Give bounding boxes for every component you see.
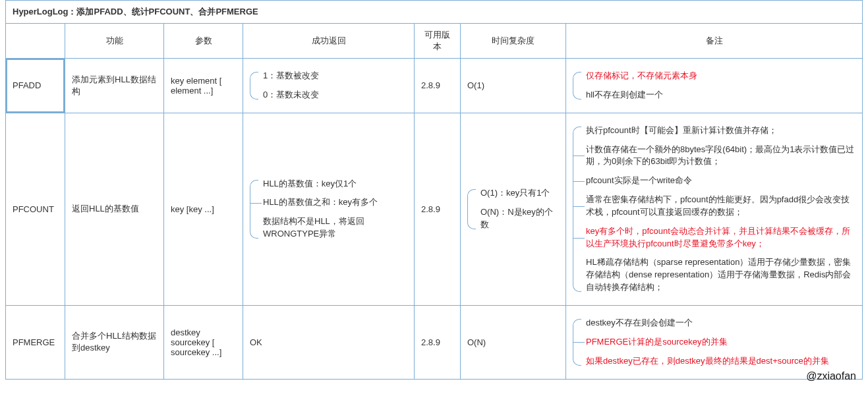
cell-ret: 1：基数被改变0：基数未改变 — [243, 59, 415, 113]
col-ret: 成功返回 — [243, 24, 415, 59]
tree-node: HL稀疏存储结构（sparse representation）适用于存储少量数据… — [586, 253, 855, 297]
col-cmd — [6, 24, 65, 59]
cell-func: 添加元素到HLL数据结构 — [65, 59, 164, 113]
cell-func: 合并多个HLL结构数据到destkey — [65, 305, 164, 379]
cell-complexity: O(1) — [461, 59, 566, 113]
cell-ret: OK — [243, 305, 415, 379]
cell-param: key [key ...] — [164, 113, 243, 305]
cell-ver: 2.8.9 — [415, 305, 461, 379]
page-title: HyperLogLog：添加PFADD、统计PFCOUNT、合并PFMERGE — [5, 0, 863, 23]
cell-cmd: PFADD — [6, 59, 65, 113]
watermark: @zxiaofan — [806, 370, 856, 382]
tree-node: HLL的基数值：key仅1个 — [263, 175, 407, 194]
cell-func: 返回HLL的基数值 — [65, 113, 164, 305]
tree-node: O(1)：key只有1个 — [480, 184, 559, 203]
tree-node: PFMERGE计算的是sourcekey的并集 — [586, 333, 855, 352]
hll-table: 功能 参数 成功返回 可用版本 时间复杂度 备注 PFADD添加元素到HLL数据… — [5, 23, 863, 380]
tree-node: 仅存储标记，不存储元素本身 — [586, 67, 855, 86]
table-row: PFCOUNT返回HLL的基数值key [key ...]HLL的基数值：key… — [6, 113, 863, 305]
cell-ver: 2.8.9 — [415, 113, 461, 305]
cell-cmd: PFCOUNT — [6, 113, 65, 305]
cell-param: key element [ element ...] — [164, 59, 243, 113]
tree-node: 执行pfcount时【可能会】重新计算计数值并存储； — [586, 121, 855, 140]
cell-param: destkey sourcekey [ sourcekey ...] — [164, 305, 243, 379]
tree-node: 计数值存储在一个额外的8bytes字段(64bit)；最高位为1表示计数值已过期… — [586, 140, 855, 172]
table-row: PFMERGE合并多个HLL结构数据到destkeydestkey source… — [6, 305, 863, 379]
cell-cmd: PFMERGE — [6, 305, 65, 379]
table-header-row: 功能 参数 成功返回 可用版本 时间复杂度 备注 — [6, 24, 863, 59]
cell-ver: 2.8.9 — [415, 59, 461, 113]
cell-complexity: O(1)：key只有1个O(N)：N是key的个数 — [461, 113, 566, 305]
tree-node: destkey不存在则会创建一个 — [586, 314, 855, 333]
tree-node: 1：基数被改变 — [263, 67, 407, 86]
col-complexity: 时间复杂度 — [461, 24, 566, 59]
tree-node: 数据结构不是HLL，将返回WRONGTYPE异常 — [263, 212, 407, 244]
tree-node: key有多个时，pfcount会动态合并计算，并且计算结果不会被缓存，所以生产环… — [586, 222, 855, 254]
tree-node: 如果destkey已存在，则destkey最终的结果是dest+source的并… — [586, 352, 855, 371]
tree-node: O(N)：N是key的个数 — [480, 203, 559, 235]
tree-node: hll不存在则创建一个 — [586, 86, 855, 105]
col-note: 备注 — [566, 24, 863, 59]
tree-node: pfcount实际是一个write命令 — [586, 171, 855, 190]
cell-note: 仅存储标记，不存储元素本身hll不存在则创建一个 — [566, 59, 863, 113]
col-func: 功能 — [65, 24, 164, 59]
col-param: 参数 — [164, 24, 243, 59]
cell-ret: HLL的基数值：key仅1个HLL的基数值之和：key有多个数据结构不是HLL，… — [243, 113, 415, 305]
tree-node: HLL的基数值之和：key有多个 — [263, 193, 407, 212]
cell-note: 执行pfcount时【可能会】重新计算计数值并存储；计数值存储在一个额外的8by… — [566, 113, 863, 305]
col-ver: 可用版本 — [415, 24, 461, 59]
table-row: PFADD添加元素到HLL数据结构key element [ element .… — [6, 59, 863, 113]
cell-complexity: O(N) — [461, 305, 566, 379]
cell-note: destkey不存在则会创建一个PFMERGE计算的是sourcekey的并集如… — [566, 305, 863, 379]
tree-node: 通常在密集存储结构下，pfcount的性能更好。因为pfadd很少会改变技术栈，… — [586, 190, 855, 222]
tree-node: 0：基数未改变 — [263, 86, 407, 105]
